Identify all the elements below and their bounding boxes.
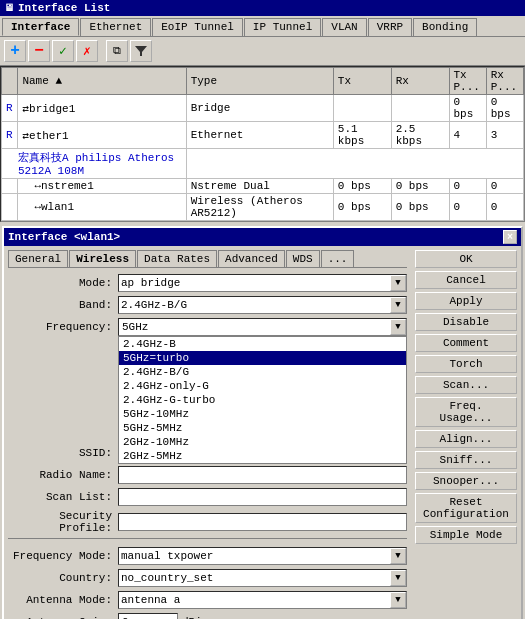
freq-option-6[interactable]: 5GHz-10MHz (119, 407, 406, 421)
tab-wireless[interactable]: Wireless (69, 250, 136, 267)
dialog-body: General Wireless Data Rates Advanced WDS… (4, 246, 521, 619)
band-select[interactable]: 2.4GHz-B/G (118, 296, 407, 314)
row-tx (333, 95, 391, 122)
scan-list-row: Scan List: (8, 488, 407, 506)
mode-select[interactable]: ap bridge (118, 274, 407, 292)
freq-mode-select[interactable]: manual txpower (118, 547, 407, 565)
tab-advanced[interactable]: Advanced (218, 250, 285, 267)
table-row[interactable]: R ⇄ether1 Ethernet 5.1 kbps 2.5 kbps 4 3 (2, 122, 524, 149)
dialog-title-bar: Interface <wlan1> × (4, 228, 521, 246)
row-rxp: 3 (486, 122, 523, 149)
freq-option-8[interactable]: 2GHz-10MHz (119, 435, 406, 449)
tab-more[interactable]: ... (321, 250, 355, 267)
freq-option-7[interactable]: 5GHz-5MHz (119, 421, 406, 435)
row-name: ⇄ether1 (18, 122, 186, 149)
tab-bonding[interactable]: Bonding (413, 18, 477, 36)
row-txp: 0 bps (449, 95, 486, 122)
sniff-button[interactable]: Sniff... (415, 451, 517, 469)
tab-ip-tunnel[interactable]: IP Tunnel (244, 18, 321, 36)
dialog-right-panel: OK Cancel Apply Disable Comment Torch Sc… (411, 246, 521, 619)
align-button[interactable]: Align... (415, 430, 517, 448)
col-type[interactable]: Type (186, 68, 333, 95)
band-label: Band: (8, 299, 118, 311)
antenna-mode-row: Antenna Mode: antenna a ▼ (8, 591, 407, 609)
freq-option-4[interactable]: 2.4GHz-only-G (119, 379, 406, 393)
security-profile-row: Security Profile: (8, 510, 407, 534)
country-select[interactable]: no_country_set (118, 569, 407, 587)
interface-table: Name ▲ Type Tx Rx Tx P... Rx P... R ⇄bri… (1, 67, 524, 221)
filter-button[interactable] (130, 40, 152, 62)
frequency-input[interactable] (118, 318, 407, 336)
table-row[interactable]: 宏真科技A philips Atheros 5212A 108M (2, 149, 524, 179)
freq-option-2[interactable]: 5GHz=turbo (119, 351, 406, 365)
row-flag (2, 179, 18, 194)
toolbar: + − ✓ ✗ ⧉ (0, 37, 525, 66)
row-flag: R (2, 95, 18, 122)
security-profile-input[interactable] (118, 513, 407, 531)
col-flag (2, 68, 18, 95)
tab-wds[interactable]: WDS (286, 250, 320, 267)
dialog-close-button[interactable]: × (503, 230, 517, 244)
tab-vrrp[interactable]: VRRP (368, 18, 412, 36)
simple-mode-button[interactable]: Simple Mode (415, 526, 517, 544)
inner-tab-bar: General Wireless Data Rates Advanced WDS… (8, 250, 407, 268)
col-tx[interactable]: Tx (333, 68, 391, 95)
reset-config-button[interactable]: Reset Configuration (415, 493, 517, 523)
ssid-label: SSID: (8, 447, 118, 459)
radio-name-input[interactable] (118, 466, 407, 484)
country-select-wrapper: no_country_set ▼ (118, 569, 407, 587)
cancel-button[interactable]: Cancel (415, 271, 517, 289)
scan-list-input[interactable] (118, 488, 407, 506)
torch-button[interactable]: Torch (415, 355, 517, 373)
app-title: Interface List (18, 2, 110, 14)
security-profile-label: Security Profile: (8, 510, 118, 534)
tab-data-rates[interactable]: Data Rates (137, 250, 217, 267)
row-rxp: 0 (486, 179, 523, 194)
tab-interface[interactable]: Interface (2, 18, 79, 36)
col-rxp[interactable]: Rx P... (486, 68, 523, 95)
comment-button[interactable]: Comment (415, 334, 517, 352)
interface-dialog: Interface <wlan1> × General Wireless Dat… (2, 226, 523, 619)
freq-option-5[interactable]: 2.4GHz-G-turbo (119, 393, 406, 407)
row-rx: 0 bps (391, 179, 449, 194)
svg-marker-0 (135, 46, 147, 56)
antenna-gain-input[interactable] (118, 613, 178, 619)
freq-option-9[interactable]: 2GHz-5MHz (119, 449, 406, 463)
apply-button[interactable]: Apply (415, 292, 517, 310)
snooper-button[interactable]: Snooper... (415, 472, 517, 490)
freq-mode-select-wrapper: manual txpower ▼ (118, 547, 407, 565)
ok-button[interactable]: OK (415, 250, 517, 268)
tab-eoip-tunnel[interactable]: EoIP Tunnel (152, 18, 243, 36)
tab-vlan[interactable]: VLAN (322, 18, 366, 36)
add-button[interactable]: + (4, 40, 26, 62)
freq-option-1[interactable]: 2.4GHz-B (119, 337, 406, 351)
table-row[interactable]: ↔nstreme1 Nstreme Dual 0 bps 0 bps 0 0 (2, 179, 524, 194)
app-icon: 🖥 (4, 2, 14, 14)
col-rx[interactable]: Rx (391, 68, 449, 95)
antenna-mode-select[interactable]: antenna a (118, 591, 407, 609)
table-row[interactable]: R ⇄bridge1 Bridge 0 bps 0 bps (2, 95, 524, 122)
frequency-select-wrapper: ▼ (118, 318, 407, 336)
row-txp: 0 (449, 194, 486, 221)
tab-general[interactable]: General (8, 250, 68, 267)
row-rxp: 0 bps (486, 95, 523, 122)
copy-button[interactable]: ⧉ (106, 40, 128, 62)
remove-button[interactable]: − (28, 40, 50, 62)
row-rx (391, 95, 449, 122)
col-txp[interactable]: Tx P... (449, 68, 486, 95)
col-name[interactable]: Name ▲ (18, 68, 186, 95)
freq-mode-row: Frequency Mode: manual txpower ▼ (8, 547, 407, 565)
table-row[interactable]: ↔wlan1 Wireless (Atheros AR5212) 0 bps 0… (2, 194, 524, 221)
cross-button[interactable]: ✗ (76, 40, 98, 62)
scan-button[interactable]: Scan... (415, 376, 517, 394)
tab-ethernet[interactable]: Ethernet (80, 18, 151, 36)
row-flag (2, 194, 18, 221)
dialog-title-text: Interface <wlan1> (8, 231, 120, 243)
row-tx: 0 bps (333, 194, 391, 221)
disable-button[interactable]: Disable (415, 313, 517, 331)
freq-mode-label: Frequency Mode: (8, 550, 118, 562)
check-button[interactable]: ✓ (52, 40, 74, 62)
freq-usage-button[interactable]: Freq. Usage... (415, 397, 517, 427)
row-type: Wireless (Atheros AR5212) (186, 194, 333, 221)
freq-option-3[interactable]: 2.4GHz-B/G (119, 365, 406, 379)
